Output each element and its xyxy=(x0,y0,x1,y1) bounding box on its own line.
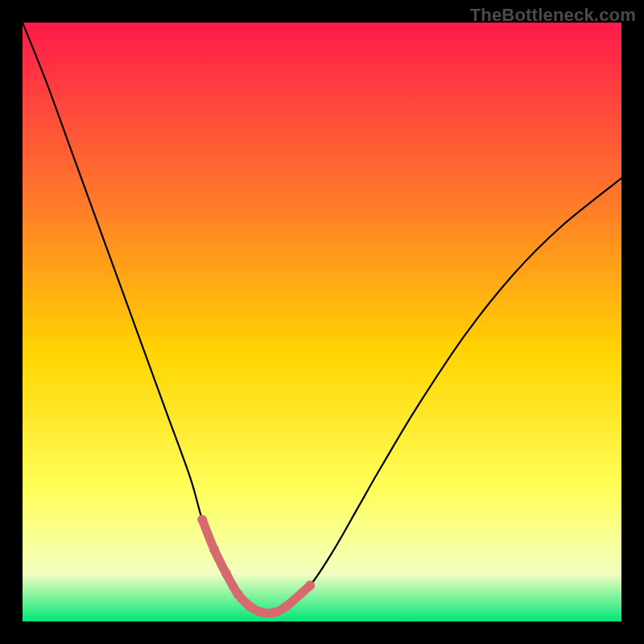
highlight-dot xyxy=(281,601,291,611)
highlight-dot xyxy=(269,608,279,617)
chart-svg xyxy=(23,23,621,621)
highlight-dot xyxy=(258,608,267,617)
highlight-dot xyxy=(246,601,255,611)
highlight-dot xyxy=(209,545,219,555)
highlight-dot xyxy=(221,568,231,578)
chart-frame: TheBottleneck.com xyxy=(0,0,644,644)
highlight-dot xyxy=(305,580,315,590)
highlight-dot xyxy=(233,590,243,600)
highlight-dot xyxy=(197,515,207,525)
gradient-background xyxy=(23,23,621,621)
plot-area xyxy=(23,23,621,621)
